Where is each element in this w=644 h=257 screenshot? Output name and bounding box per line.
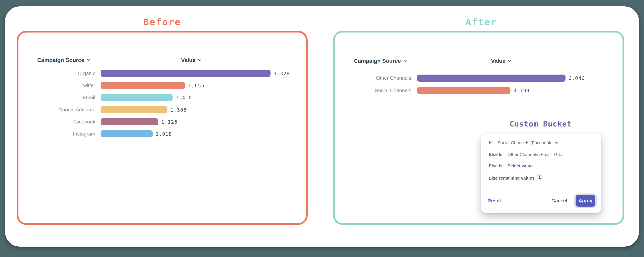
apply-button[interactable]: Apply <box>576 195 595 207</box>
chevron-down-icon <box>86 58 91 62</box>
row-label: Social Channels <box>335 87 411 94</box>
bar-instagram <box>100 130 152 137</box>
row-value: 1,655 <box>188 82 204 89</box>
column-header-label: Campaign Source <box>354 57 401 65</box>
bucket-rule-row: Else remaining values i <box>481 174 601 182</box>
table-row: Social Channels3,799 <box>335 87 622 94</box>
bar-facebook <box>100 118 158 125</box>
bucket-rule-row: Else Is Select value... <box>481 162 601 170</box>
custom-bucket-title: Custom Bucket <box>490 120 591 128</box>
table-row: Organic3,328 <box>18 70 306 77</box>
select-value-link[interactable]: Select value... <box>508 162 536 170</box>
table-row: Google Adwords1,308 <box>18 106 306 113</box>
info-icon[interactable]: i <box>536 174 543 181</box>
bar-other-channels <box>417 75 566 82</box>
rule-operator-label: Is <box>489 139 492 146</box>
row-label: Other Channels <box>335 75 411 82</box>
rule-operator-label: Else Is <box>489 151 502 158</box>
bucket-rule-row: Else Is Other Channels (Email, Go... <box>481 151 601 158</box>
cancel-button[interactable]: Cancel <box>552 197 567 204</box>
chevron-down-icon <box>508 59 512 63</box>
rule-operator-label: Else Is <box>489 162 502 170</box>
column-header-label: Campaign Source <box>37 56 84 64</box>
bar-social-channels <box>417 87 510 94</box>
row-label: Instagram <box>18 130 95 137</box>
chevron-down-icon <box>198 58 202 62</box>
column-header-label: Value <box>181 56 196 64</box>
bucket-value-other-channels[interactable]: Other Channels (Email, Go... <box>508 151 564 158</box>
chevron-down-icon <box>403 59 407 63</box>
table-row: Instagram1,018 <box>18 130 306 137</box>
row-label: Facebook <box>18 118 95 125</box>
row-value: 1,018 <box>156 130 172 137</box>
column-header-campaign-source[interactable]: Campaign Source <box>354 57 407 65</box>
custom-bucket-dialog: Is Social Channels (Facebook, Inst... El… <box>481 134 601 213</box>
bar-google-adwords <box>100 106 167 113</box>
bucket-value-social-channels[interactable]: Social Channels (Facebook, Inst... <box>498 139 564 146</box>
reset-button[interactable]: Reset <box>487 197 501 204</box>
row-value: 1,308 <box>170 106 187 113</box>
bar-email <box>100 94 172 101</box>
column-header-value[interactable]: Value <box>181 56 202 64</box>
bucket-rule-row: Is Social Channels (Facebook, Inst... <box>481 139 601 146</box>
row-value: 3,799 <box>513 87 530 94</box>
after-title: After <box>414 17 548 27</box>
remaining-values-label: Else remaining values <box>489 174 534 182</box>
row-value: 3,328 <box>274 70 290 77</box>
table-row: Email1,410 <box>18 94 306 101</box>
row-value: 6,046 <box>568 75 585 82</box>
table-row: Facebook1,126 <box>18 118 306 125</box>
dialog-divider <box>484 189 598 189</box>
bar-twitter <box>100 82 185 89</box>
table-row: Twitter1,655 <box>18 82 306 89</box>
column-header-label: Value <box>491 57 506 65</box>
row-label: Twitter <box>18 82 95 89</box>
row-label: Google Adwords <box>18 106 95 113</box>
row-value: 1,126 <box>161 118 178 125</box>
row-label: Email <box>18 94 95 101</box>
column-header-campaign-source[interactable]: Campaign Source <box>37 56 91 64</box>
bar-organic <box>100 70 270 77</box>
table-row: Other Channels6,046 <box>335 75 622 82</box>
column-header-value[interactable]: Value <box>491 57 512 65</box>
row-value: 1,410 <box>176 94 192 101</box>
before-title: Before <box>95 17 229 27</box>
before-panel: Campaign Source Value Organic3,328Twitte… <box>17 31 308 225</box>
row-label: Organic <box>18 70 95 77</box>
